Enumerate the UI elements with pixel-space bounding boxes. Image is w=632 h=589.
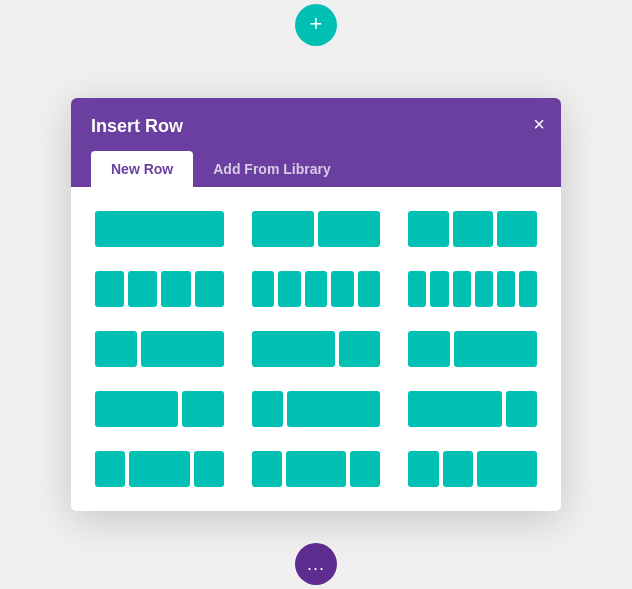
close-button[interactable]: × <box>533 114 545 134</box>
layout-1-2col[interactable] <box>91 327 228 371</box>
tab-new-row[interactable]: New Row <box>91 151 193 187</box>
col-block <box>95 391 178 427</box>
col-block <box>141 331 224 367</box>
layout-3col[interactable] <box>404 207 541 251</box>
modal-header: Insert Row × New Row Add From Library <box>71 98 561 187</box>
col-block <box>305 271 328 307</box>
col-block <box>95 211 224 247</box>
col-block <box>408 391 502 427</box>
col-block <box>519 271 537 307</box>
col-block <box>358 271 381 307</box>
col-block <box>408 451 438 487</box>
modal-title: Insert Row <box>91 116 541 137</box>
more-options-button[interactable]: ... <box>295 543 337 585</box>
col-block <box>454 331 537 367</box>
col-block <box>331 271 354 307</box>
col-block <box>95 271 124 307</box>
col-block <box>497 271 515 307</box>
layout-1col[interactable] <box>91 207 228 251</box>
col-block <box>194 451 224 487</box>
col-block <box>453 211 493 247</box>
col-block <box>252 451 282 487</box>
add-above-button[interactable]: + <box>295 4 337 46</box>
col-block <box>477 451 537 487</box>
col-block <box>182 391 224 427</box>
layout-3col-mixed3[interactable] <box>404 447 541 491</box>
layout-wide-narrow3[interactable] <box>404 387 541 431</box>
col-block <box>195 271 224 307</box>
col-block <box>252 271 275 307</box>
col-block <box>286 451 346 487</box>
layout-3col-mixed1[interactable] <box>91 447 228 491</box>
layout-narrow-wide2[interactable] <box>248 387 385 431</box>
col-block <box>129 451 189 487</box>
col-block <box>339 331 381 367</box>
layout-wide-narrow[interactable] <box>248 327 385 371</box>
col-block <box>128 271 157 307</box>
col-block <box>252 391 283 427</box>
col-block <box>408 331 450 367</box>
col-block <box>408 271 426 307</box>
modal-tabs: New Row Add From Library <box>91 151 541 187</box>
layout-2col[interactable] <box>248 207 385 251</box>
col-block <box>161 271 190 307</box>
col-block <box>408 211 448 247</box>
col-block <box>443 451 473 487</box>
col-block <box>287 391 381 427</box>
col-block <box>506 391 537 427</box>
layout-6col[interactable] <box>404 267 541 311</box>
layout-5col[interactable] <box>248 267 385 311</box>
ellipsis-icon: ... <box>307 554 325 575</box>
layout-4col[interactable] <box>91 267 228 311</box>
col-block <box>252 331 335 367</box>
col-block <box>430 271 448 307</box>
col-block <box>278 271 301 307</box>
col-block <box>252 211 314 247</box>
col-block <box>318 211 380 247</box>
col-block <box>497 211 537 247</box>
modal-body <box>71 187 561 511</box>
layout-3col-mixed2[interactable] <box>248 447 385 491</box>
col-block <box>475 271 493 307</box>
col-block <box>350 451 380 487</box>
col-block <box>95 451 125 487</box>
plus-icon: + <box>310 13 323 35</box>
insert-row-modal: Insert Row × New Row Add From Library <box>71 98 561 511</box>
layout-grid <box>91 207 541 491</box>
col-block <box>453 271 471 307</box>
layout-narrow-wide-narrow[interactable] <box>404 327 541 371</box>
layout-wide-narrow2[interactable] <box>91 387 228 431</box>
tab-add-from-library[interactable]: Add From Library <box>193 151 350 187</box>
col-block <box>95 331 137 367</box>
